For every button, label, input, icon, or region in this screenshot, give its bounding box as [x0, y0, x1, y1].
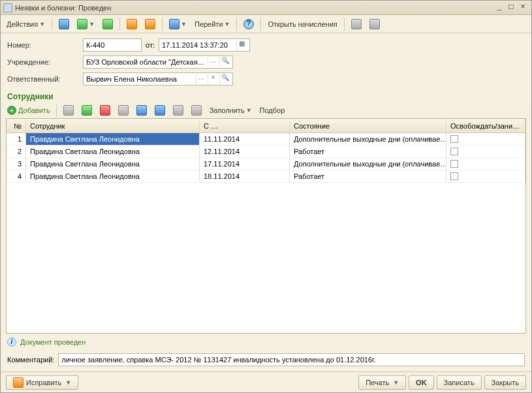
fill-menu[interactable]: Заполнить ▼	[206, 103, 255, 118]
col-num[interactable]: №	[7, 119, 26, 133]
delete-icon	[100, 105, 110, 116]
cell-emp: Правдина Светлана Леонидовна	[26, 158, 200, 170]
cell-num: 4	[7, 170, 26, 182]
arrow-up-icon	[136, 105, 147, 116]
table-row[interactable]: 4 Правдина Светлана Леонидовна 18.11.201…	[7, 170, 525, 183]
row-number: Номер: К-440 от: 17.11.2014 13:37:20 ▦	[7, 39, 525, 52]
dropdown-icon: ▼	[181, 21, 187, 27]
minimize-button[interactable]: _	[493, 3, 505, 13]
checkbox[interactable]	[450, 148, 458, 155]
add-button[interactable]: + Добавить	[5, 106, 53, 115]
cell-num: 1	[7, 133, 26, 145]
resp-value: Вырвич Елена Николаевна	[86, 75, 195, 83]
select-icon[interactable]: …	[208, 57, 218, 67]
copy-button[interactable]	[60, 103, 77, 118]
screen-icon	[59, 19, 69, 29]
separator	[162, 18, 163, 31]
write-label: Записать	[444, 379, 475, 386]
tool-btn-4[interactable]	[123, 17, 140, 31]
col-emp[interactable]: Сотрудник	[26, 119, 200, 133]
cell-emp: Правдина Светлана Леонидовна	[26, 146, 200, 157]
close-window-button[interactable]: ×	[517, 3, 529, 13]
ok-button[interactable]: OK	[409, 375, 434, 390]
sort-desc-icon	[191, 105, 202, 116]
select-icon[interactable]: …	[196, 74, 206, 84]
dropdown-icon: ▼	[246, 107, 252, 114]
tool-btn-5[interactable]	[142, 17, 159, 31]
open-calc-label: Открыть начисления	[268, 20, 337, 28]
employees-grid: № Сотрудник С … Состояние Освобождать/за…	[6, 118, 526, 334]
help-icon	[243, 19, 254, 29]
doc-post-icon	[127, 19, 137, 29]
delete-button[interactable]	[97, 103, 114, 118]
refresh2-icon	[102, 19, 113, 29]
row-org: Учреждение: БУЗ Орловской области "Детск…	[7, 55, 525, 69]
grid-body[interactable]: 1 Правдина Светлана Леонидовна 11.11.201…	[7, 133, 525, 333]
table-row[interactable]: 2 Правдина Светлана Леонидовна 12.11.201…	[7, 146, 525, 158]
fix-button[interactable]: Исправить ▼	[6, 375, 78, 390]
save-button[interactable]	[115, 103, 132, 118]
sort-desc-button[interactable]	[188, 103, 205, 118]
info-icon: i	[7, 338, 16, 347]
date-field[interactable]: 17.11.2014 13:37:20 ▦	[159, 39, 250, 52]
select-button[interactable]: Подбор	[257, 103, 289, 118]
cell-chk	[446, 146, 525, 157]
print-button[interactable]: Печать ▼	[358, 375, 406, 390]
status-line: i Документ проведен	[1, 334, 531, 351]
actions-label: Действия	[7, 20, 38, 28]
tool-btn-1[interactable]	[55, 17, 72, 31]
cell-date: 11.11.2014	[200, 133, 290, 145]
comment-field[interactable]: личное заявление, справка МСЭ- 2012 № 11…	[58, 353, 525, 366]
from-label: от:	[146, 41, 155, 49]
cell-state: Работает	[290, 146, 446, 157]
cell-chk	[446, 170, 525, 182]
dropdown-icon: ▼	[65, 379, 71, 386]
col-date[interactable]: С …	[200, 119, 290, 133]
calendar-icon[interactable]: ▦	[236, 40, 247, 50]
checkbox[interactable]	[450, 172, 458, 180]
number-field[interactable]: К-440	[83, 39, 142, 52]
select-label: Подбор	[260, 106, 285, 114]
open-calc-button[interactable]: Открыть начисления	[264, 17, 340, 31]
bottom-bar: Исправить ▼ Печать ▼ OK Записать Закрыть	[1, 371, 531, 392]
open-icon[interactable]: 🔍	[219, 57, 230, 67]
checkbox[interactable]	[450, 160, 458, 168]
cell-date: 18.11.2014	[200, 170, 290, 182]
tool-btn-2[interactable]: ▼	[74, 17, 98, 31]
resp-field[interactable]: Вырвич Елена Николаевна … × 🔍	[83, 72, 233, 86]
titlebar: Неявки и болезни: Проведен _ □ ×	[1, 1, 531, 15]
close-label: Закрыть	[492, 379, 519, 386]
arrow-down-icon	[155, 105, 165, 116]
close-button[interactable]: Закрыть	[484, 375, 526, 390]
tool-btn-6[interactable]: ▼	[166, 17, 190, 31]
tool-btn-8[interactable]	[366, 17, 383, 31]
down-button[interactable]	[151, 103, 168, 118]
actions-menu[interactable]: Действия ▼	[3, 17, 48, 31]
grid-header: № Сотрудник С … Состояние Освобождать/за…	[7, 119, 525, 133]
tool-btn-7[interactable]	[348, 17, 365, 31]
maximize-button[interactable]: □	[505, 3, 517, 13]
go-menu[interactable]: Перейти ▼	[191, 17, 234, 31]
sort-asc-button[interactable]	[170, 103, 187, 118]
col-release[interactable]: Освобождать/зани…	[446, 119, 525, 133]
dropdown-icon: ▼	[89, 21, 95, 27]
cell-state: Дополнительные выходные дни (оплачивае…	[290, 133, 446, 145]
table-row[interactable]: 1 Правдина Светлана Леонидовна 11.11.201…	[7, 133, 525, 146]
go-label: Перейти	[195, 20, 223, 28]
dropdown-icon: ▼	[393, 379, 399, 386]
col-state[interactable]: Состояние	[290, 119, 446, 133]
tool-btn-3[interactable]	[99, 17, 116, 31]
settings-icon	[369, 19, 380, 29]
clear-icon[interactable]: ×	[208, 74, 218, 84]
org-field[interactable]: БУЗ Орловской области "Детская г… … 🔍	[83, 55, 233, 69]
cell-emp: Правдина Светлана Леонидовна	[26, 133, 200, 145]
separator	[119, 18, 120, 31]
checkbox[interactable]	[450, 135, 458, 143]
edit-button[interactable]	[78, 103, 95, 118]
list-icon	[351, 19, 362, 29]
up-button[interactable]	[133, 103, 150, 118]
table-row[interactable]: 3 Правдина Светлана Леонидовна 17.11.201…	[7, 158, 525, 170]
open-icon[interactable]: 🔍	[219, 74, 230, 84]
write-button[interactable]: Записать	[437, 375, 482, 390]
help-button[interactable]	[240, 17, 257, 31]
